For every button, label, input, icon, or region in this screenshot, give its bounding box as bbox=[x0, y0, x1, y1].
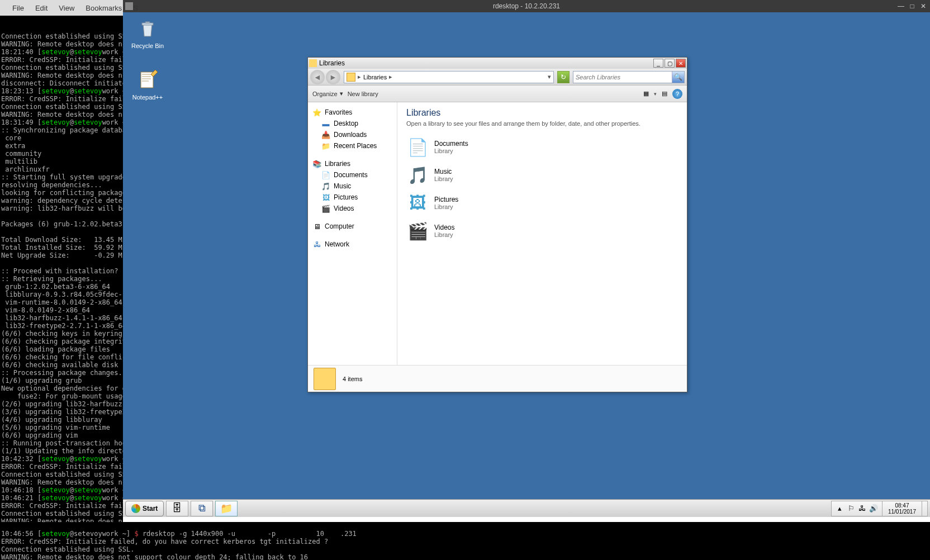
refresh-button[interactable]: ↻ bbox=[557, 71, 570, 83]
nav-documents[interactable]: 📄Documents bbox=[308, 169, 397, 181]
library-music[interactable]: 🎵 MusicLibrary bbox=[406, 164, 678, 186]
minimize-icon[interactable]: — bbox=[896, 2, 905, 10]
rdesktop-window: rdesktop - 10.2.20.231 — □ ✕ Recycle Bin… bbox=[123, 0, 930, 517]
videos-icon: 🎬 bbox=[406, 220, 429, 242]
downloads-icon: 📥 bbox=[321, 130, 330, 139]
music-icon: 🎵 bbox=[406, 164, 429, 186]
star-icon: ⭐ bbox=[312, 108, 321, 117]
navigation-pane: ⭐Favorites ▬Desktop 📥Downloads 📁Recent P… bbox=[308, 102, 397, 365]
maximize-button[interactable]: ▢ bbox=[665, 59, 675, 68]
nav-network[interactable]: 🖧Network bbox=[308, 239, 397, 250]
folder-icon bbox=[347, 73, 355, 82]
host-terminal: Connection established using SS WARNING:… bbox=[0, 0, 123, 560]
search-input[interactable] bbox=[573, 74, 672, 80]
volume-icon[interactable]: 🔊 bbox=[870, 505, 877, 512]
library-pictures[interactable]: 🖼 PicturesLibrary bbox=[406, 192, 678, 214]
taskbar-powershell[interactable]: ⧉ bbox=[191, 501, 213, 516]
remote-desktop[interactable]: Recycle Bin Notepad++ Libraries _ ▢ ✕ ◄ … bbox=[123, 12, 930, 517]
breadcrumb-text[interactable]: Libraries bbox=[363, 74, 387, 80]
network-icon: 🖧 bbox=[312, 240, 321, 249]
maximize-icon[interactable]: □ bbox=[908, 2, 917, 10]
library-documents[interactable]: 📄 DocumentsLibrary bbox=[406, 136, 678, 158]
taskbar-explorer[interactable]: 📁 bbox=[215, 501, 238, 516]
nav-favorites[interactable]: ⭐Favorites bbox=[308, 107, 397, 118]
notepadpp-icon bbox=[136, 68, 159, 92]
nav-pictures[interactable]: 🖼Pictures bbox=[308, 192, 397, 203]
windows-logo-icon bbox=[131, 504, 140, 513]
close-button[interactable]: ✕ bbox=[676, 59, 686, 68]
folder-icon bbox=[314, 368, 336, 390]
back-button[interactable]: ◄ bbox=[310, 70, 325, 84]
nav-computer[interactable]: 🖥Computer bbox=[308, 221, 397, 232]
videos-icon: 🎬 bbox=[321, 204, 330, 213]
nav-desktop[interactable]: ▬Desktop bbox=[308, 118, 397, 129]
chevron-down-icon: ▾ bbox=[340, 90, 343, 97]
system-tray: ▴ ⚐ 🖧 🔊 bbox=[831, 501, 882, 516]
nav-music[interactable]: 🎵Music bbox=[308, 181, 397, 192]
menu-bookmarks[interactable]: Bookmarks bbox=[80, 2, 127, 15]
windows-taskbar: Start 🗄 ⧉ 📁 ▴ ⚐ 🖧 🔊 08:47 11/01/2017 bbox=[123, 499, 930, 517]
host-terminal-bottom: 10:46:56 [setevoy@setevoywork ~] $ rdesk… bbox=[0, 522, 930, 560]
documents-icon: 📄 bbox=[406, 136, 429, 158]
menu-more[interactable]: S bbox=[127, 2, 144, 15]
recycle-bin-label: Recycle Bin bbox=[126, 42, 169, 49]
organize-button[interactable]: Organize ▾ bbox=[312, 90, 343, 97]
taskbar-clock[interactable]: 08:47 11/01/2017 bbox=[882, 501, 922, 516]
tray-chevron-icon[interactable]: ▴ bbox=[836, 505, 844, 512]
content-subtitle: Open a library to see your files and arr… bbox=[406, 120, 678, 127]
address-dropdown-icon[interactable]: ▾ bbox=[548, 73, 551, 80]
nav-libraries[interactable]: 📚Libraries bbox=[308, 158, 397, 169]
recycle-bin-icon bbox=[136, 17, 159, 40]
pictures-icon: 🖼 bbox=[406, 192, 429, 214]
libraries-icon: 📚 bbox=[312, 159, 321, 168]
forward-button[interactable]: ► bbox=[326, 70, 340, 84]
show-desktop-button[interactable] bbox=[922, 501, 928, 516]
new-library-button[interactable]: New library bbox=[348, 91, 378, 97]
nav-downloads[interactable]: 📥Downloads bbox=[308, 129, 397, 140]
view-options-button[interactable]: ▦ bbox=[640, 88, 652, 99]
taskbar-server-manager[interactable]: 🗄 bbox=[166, 501, 188, 516]
status-text: 4 items bbox=[343, 376, 362, 382]
desktop-icon: ▬ bbox=[321, 119, 330, 128]
address-bar[interactable]: ▸ Libraries ▸ ▾ bbox=[344, 71, 554, 83]
start-button[interactable]: Start bbox=[125, 501, 164, 516]
explorer-title-text: Libraries bbox=[319, 59, 345, 67]
status-bar: 4 items bbox=[308, 365, 687, 392]
computer-icon: 🖥 bbox=[312, 222, 321, 231]
desktop-icon-recycle-bin[interactable]: Recycle Bin bbox=[126, 17, 169, 49]
preview-pane-button[interactable]: ▤ bbox=[659, 88, 670, 99]
menu-file[interactable]: File bbox=[7, 2, 30, 15]
network-icon[interactable]: 🖧 bbox=[858, 505, 866, 512]
close-icon[interactable]: ✕ bbox=[919, 2, 928, 10]
desktop-icon-notepadpp[interactable]: Notepad++ bbox=[126, 68, 169, 101]
rdesktop-titlebar[interactable]: rdesktop - 10.2.20.231 — □ ✕ bbox=[123, 0, 930, 12]
notepadpp-label: Notepad++ bbox=[126, 94, 169, 101]
breadcrumb-arrow-icon[interactable]: ▸ bbox=[389, 73, 392, 80]
library-videos[interactable]: 🎬 VideosLibrary bbox=[406, 220, 678, 242]
content-heading: Libraries bbox=[406, 108, 678, 118]
search-button[interactable]: 🔍 bbox=[672, 72, 684, 83]
explorer-window: Libraries _ ▢ ✕ ◄ ► ▸ Libraries ▸ ▾ ↻ bbox=[307, 57, 687, 392]
nav-videos[interactable]: 🎬Videos bbox=[308, 203, 397, 214]
content-pane: Libraries Open a library to see your fil… bbox=[397, 102, 687, 365]
menu-edit[interactable]: Edit bbox=[30, 2, 53, 15]
breadcrumb-arrow-icon: ▸ bbox=[358, 73, 361, 80]
search-box[interactable]: 🔍 bbox=[573, 71, 685, 83]
explorer-navbar: ◄ ► ▸ Libraries ▸ ▾ ↻ 🔍 bbox=[308, 69, 687, 86]
nav-recent-places[interactable]: 📁Recent Places bbox=[308, 140, 397, 151]
rdesktop-title: rdesktop - 10.2.20.231 bbox=[493, 2, 560, 10]
chevron-down-icon[interactable]: ▾ bbox=[654, 91, 657, 97]
explorer-titlebar[interactable]: Libraries _ ▢ ✕ bbox=[308, 58, 687, 69]
music-icon: 🎵 bbox=[321, 182, 330, 191]
host-menubar: File Edit View Bookmarks S bbox=[0, 0, 123, 16]
folder-icon bbox=[309, 59, 317, 67]
menu-view[interactable]: View bbox=[53, 2, 80, 15]
recent-icon: 📁 bbox=[321, 141, 330, 150]
documents-icon: 📄 bbox=[321, 170, 330, 179]
help-button[interactable]: ? bbox=[672, 89, 682, 99]
explorer-toolbar: Organize ▾ New library ▦ ▾ ▤ ? bbox=[308, 86, 687, 102]
pictures-icon: 🖼 bbox=[321, 193, 330, 202]
flag-icon[interactable]: ⚐ bbox=[847, 505, 855, 512]
minimize-button[interactable]: _ bbox=[653, 59, 663, 68]
